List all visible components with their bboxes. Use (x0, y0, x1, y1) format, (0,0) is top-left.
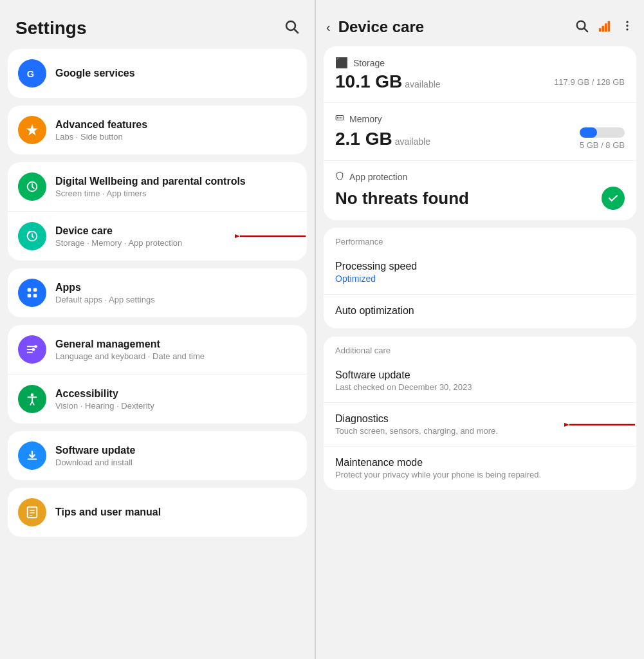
accessibility-title: Accessibility (55, 388, 297, 400)
sidebar-item-software-update[interactable]: Software update Download and install (8, 431, 307, 480)
back-button[interactable]: ‹ (326, 20, 331, 35)
additional-care-card: Additional care Software update Last che… (324, 336, 636, 490)
app-protection-item[interactable]: App protection No threats found (324, 161, 636, 220)
right-search-icon[interactable] (575, 19, 589, 35)
settings-title: Settings (15, 18, 86, 39)
apps-card: Apps Default apps · App settings (8, 268, 307, 317)
svg-point-15 (32, 348, 35, 351)
tips-card: Tips and user manual (8, 488, 307, 537)
svg-point-27 (626, 21, 628, 23)
digital-wellbeing-subtitle: Screen time · App timers (55, 189, 297, 198)
sidebar-item-device-care[interactable]: Device care Storage · Memory · App prote… (8, 212, 307, 261)
svg-rect-17 (28, 507, 37, 518)
sidebar-item-general-management[interactable]: General management Language and keyboard… (8, 325, 307, 375)
digital-wellbeing-text: Digital Wellbeing and parental controls … (55, 176, 297, 198)
svg-point-14 (34, 345, 37, 348)
processing-speed-title: Processing speed (335, 261, 625, 272)
memory-available-label: available (395, 136, 430, 147)
storage-item[interactable]: ⬛ Storage 10.1 GB available 117.9 GB / 1… (324, 46, 636, 103)
device-care-header-title: Device care (338, 18, 569, 36)
svg-rect-24 (602, 26, 604, 32)
device-care-arrow (235, 227, 307, 245)
more-options-icon[interactable] (621, 19, 634, 35)
advanced-features-subtitle: Labs · Side button (55, 132, 297, 142)
svg-rect-23 (599, 28, 602, 32)
software-update-subtitle: Download and install (55, 458, 297, 467)
svg-text:G: G (27, 69, 34, 79)
advanced-features-card: Advanced features Labs · Side button (8, 106, 307, 154)
diagnostics-item[interactable]: Diagnostics Touch screen, sensors, charg… (324, 403, 636, 447)
memory-available: 2.1 GB (335, 129, 392, 149)
sidebar-item-digital-wellbeing[interactable]: Digital Wellbeing and parental controls … (8, 162, 307, 212)
software-update-care-title: Software update (335, 369, 625, 381)
svg-rect-7 (28, 288, 32, 292)
svg-rect-9 (28, 294, 32, 298)
device-care-icon (18, 222, 46, 250)
advanced-features-title: Advanced features (55, 119, 297, 131)
header-icons (575, 19, 634, 35)
additional-care-section-label: Additional care (324, 336, 636, 359)
advanced-features-icon (18, 116, 46, 144)
svg-rect-25 (605, 23, 607, 32)
processing-speed-item[interactable]: Processing speed Optimized (324, 250, 636, 295)
apps-title: Apps (55, 282, 297, 293)
memory-total: 5 GB / 8 GB (580, 140, 625, 150)
storage-label: Storage (353, 58, 385, 68)
svg-rect-10 (33, 294, 37, 298)
wellbeing-devicecare-card: Digital Wellbeing and parental controls … (8, 162, 307, 261)
general-management-subtitle: Language and keyboard · Date and time (55, 351, 297, 361)
storage-available-label: available (405, 79, 440, 89)
software-update-title: Software update (55, 445, 297, 456)
sidebar-item-tips[interactable]: Tips and user manual (8, 488, 307, 537)
apps-text: Apps Default apps · App settings (55, 282, 297, 304)
sidebar-item-advanced-features[interactable]: Advanced features Labs · Side button (8, 106, 307, 154)
no-threats-text: No threats found (335, 189, 469, 209)
diagnostics-arrow (564, 416, 636, 434)
svg-point-16 (31, 393, 34, 396)
digital-wellbeing-title: Digital Wellbeing and parental controls (55, 176, 297, 187)
google-services-text: Google services (55, 68, 297, 79)
apps-subtitle: Default apps · App settings (55, 295, 297, 304)
svg-line-22 (584, 28, 587, 32)
processing-speed-subtitle: Optimized (335, 274, 625, 284)
general-accessibility-card: General management Language and keyboard… (8, 325, 307, 423)
maintenance-mode-subtitle: Protect your privacy while your phone is… (335, 470, 625, 479)
memory-bar (580, 127, 625, 138)
right-content: ⬛ Storage 10.1 GB available 117.9 GB / 1… (316, 46, 644, 659)
software-update-care-item[interactable]: Software update Last checked on December… (324, 359, 636, 403)
svg-line-1 (295, 30, 299, 33)
storage-total: 117.9 GB / 128 GB (554, 77, 625, 87)
search-icon[interactable] (284, 19, 299, 38)
memory-label: Memory (349, 114, 382, 124)
svg-rect-8 (33, 288, 37, 292)
maintenance-mode-item[interactable]: Maintenance mode Protect your privacy wh… (324, 447, 636, 490)
google-services-icon: G (18, 59, 46, 88)
accessibility-subtitle: Vision · Hearing · Dexterity (55, 401, 297, 411)
accessibility-icon (18, 385, 46, 413)
left-panel: Settings G Google services (0, 0, 315, 659)
software-update-care-subtitle: Last checked on December 30, 2023 (335, 382, 625, 392)
sidebar-item-apps[interactable]: Apps Default apps · App settings (8, 268, 307, 317)
performance-card: Performance Processing speed Optimized A… (324, 228, 636, 328)
maintenance-mode-title: Maintenance mode (335, 457, 625, 469)
tips-title: Tips and user manual (55, 506, 297, 518)
digital-wellbeing-icon (18, 172, 46, 201)
app-protection-label: App protection (349, 172, 407, 182)
memory-item[interactable]: Memory 2.1 GB available 5 GB / 8 GB (324, 103, 636, 161)
shield-icon (335, 171, 344, 183)
general-management-title: General management (55, 339, 297, 350)
settings-list: G Google services Advanced features Labs… (0, 49, 315, 659)
advanced-features-text: Advanced features Labs · Side button (55, 119, 297, 142)
accessibility-text: Accessibility Vision · Hearing · Dexteri… (55, 388, 297, 411)
auto-optimization-item[interactable]: Auto optimization (324, 295, 636, 328)
general-management-text: General management Language and keyboard… (55, 339, 297, 361)
svg-point-28 (626, 24, 628, 26)
google-services-title: Google services (55, 68, 297, 79)
svg-rect-26 (608, 21, 611, 32)
left-header: Settings (0, 0, 315, 49)
sidebar-item-google-services[interactable]: G Google services (8, 49, 307, 98)
general-management-icon (18, 335, 46, 364)
sidebar-item-accessibility[interactable]: Accessibility Vision · Hearing · Dexteri… (8, 375, 307, 423)
software-update-icon (18, 441, 46, 470)
memory-icon (335, 113, 344, 125)
